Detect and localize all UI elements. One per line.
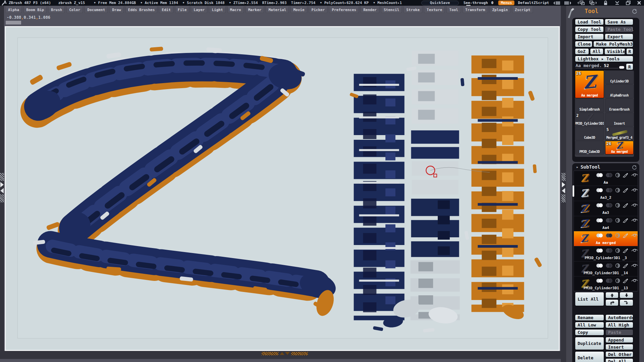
next-document-icon[interactable] [564,1,572,5]
menu-item[interactable]: Macro [227,7,244,13]
half-visibility-icon[interactable] [615,263,620,268]
append-button[interactable]: Append [605,337,633,343]
visibility-eye-icon[interactable] [631,233,638,238]
menu-item[interactable]: Brush [48,7,65,13]
visibility-eye-icon[interactable] [631,248,638,253]
polypaint-on-icon[interactable] [596,173,603,178]
bottom-tray-grip[interactable] [291,352,308,355]
left-tray-close-icon[interactable] [0,188,4,193]
menu-item[interactable]: Material [266,7,289,13]
tool-inventory-tile[interactable]: 26 Z Aa merged [605,141,634,155]
half-visibility-icon[interactable] [615,233,620,238]
menu-item[interactable]: Zplugin [490,7,511,13]
polypaint-brush-icon[interactable] [623,263,629,268]
minimize-icon[interactable] [615,1,620,5]
make-polymesh3d-button[interactable]: Make PolyMesh3D [593,41,633,47]
previous-window-icon[interactable] [577,1,585,5]
left-tray-grip[interactable] [0,173,4,181]
tool-inventory-tile[interactable]: Insert [605,113,634,126]
tool-inventory-tile[interactable]: Cube3D [575,127,604,140]
polypaint-brush-icon[interactable] [623,233,629,238]
polypaint-off-icon[interactable] [606,248,613,253]
next-window-icon[interactable] [589,1,597,5]
delete-button[interactable]: Delete [575,351,604,362]
all-low-button[interactable]: All Low [575,322,604,328]
visibility-eye-icon[interactable] [631,263,638,268]
import-button[interactable]: Import [575,34,604,40]
polypaint-brush-icon[interactable] [623,173,629,178]
menu-item[interactable]: Marker [246,7,264,13]
insert-button[interactable]: Insert [605,344,633,350]
goz-r-button[interactable]: R [626,48,633,55]
tool-r-button[interactable]: R [626,63,633,70]
polypaint-off-icon[interactable] [606,173,613,178]
polypaint-on-icon[interactable] [596,218,603,223]
menu-item[interactable]: Render [361,7,379,13]
visibility-eye-icon[interactable] [631,173,638,178]
quicksave-button[interactable]: QuickSave [421,1,459,5]
close-icon[interactable] [637,1,641,5]
bottom-tray-open-icon[interactable] [280,352,284,355]
palette-restore-icon[interactable] [632,9,637,14]
document-canvas[interactable] [5,26,560,351]
rename-button[interactable]: Rename [575,314,604,321]
menu-item[interactable]: Document [85,7,108,13]
menu-item[interactable]: Texture [424,7,445,13]
tool-inventory-tile[interactable]: PM3D_Cube3D [575,141,604,155]
right-tray-open-icon[interactable] [562,182,565,187]
menu-item[interactable]: Layer [191,7,207,13]
subtool-header[interactable]: ▸ SubTool [576,164,600,170]
tool-inventory-tile[interactable]: SimpleBrush [575,99,604,112]
polypaint-brush-icon[interactable] [623,278,629,283]
half-visibility-icon[interactable] [615,248,620,253]
move-up-button[interactable] [605,292,619,298]
clone-button[interactable]: Clone [575,41,592,47]
polypaint-on-icon[interactable] [596,188,603,193]
del-other-button[interactable]: Del Other [605,351,633,357]
copy-subtool-button[interactable]: Copy [575,329,604,336]
subtool-row[interactable]: Z [574,186,638,201]
left-tray-grip[interactable] [0,194,4,202]
load-tool-button[interactable]: Load Tool [575,19,604,25]
goz-button[interactable]: GoZ [575,48,589,55]
copy-tool-button[interactable]: Copy Tool [575,26,604,33]
restore-icon[interactable] [626,1,631,5]
polypaint-brush-icon[interactable] [623,248,629,253]
move-down-button[interactable] [620,292,633,298]
menu-item[interactable]: Light [209,7,225,13]
toolbar-slider[interactable] [6,21,21,24]
visibility-eye-icon[interactable] [631,188,638,193]
half-visibility-icon[interactable] [615,218,620,223]
subtool-row[interactable]: Z [574,201,638,216]
half-visibility-icon[interactable] [615,278,620,283]
left-tray-open-icon[interactable] [0,182,4,187]
polypaint-off-icon[interactable] [606,278,613,283]
subtool-row[interactable]: Z [574,261,638,277]
tool-inventory-tile[interactable]: AlphaBrush [605,84,634,98]
subtool-row[interactable]: Z [574,231,638,246]
save-as-button[interactable]: Save As [605,19,633,25]
subtool-row[interactable]: Z [574,277,638,292]
half-visibility-icon[interactable] [615,173,620,178]
visibility-eye-icon[interactable] [631,278,638,283]
subtool-refresh-icon[interactable] [632,165,637,170]
visibility-eye-icon[interactable] [631,218,638,223]
polypaint-on-icon[interactable] [596,278,603,283]
menu-item[interactable]: Alpha [5,7,22,13]
menu-item[interactable]: Transform [463,7,488,13]
polypaint-brush-icon[interactable] [623,203,629,208]
goz-all-button[interactable]: All [590,48,603,55]
subtool-row[interactable]: Z [574,216,638,231]
list-all-button[interactable]: List All [575,292,604,306]
polypaint-off-icon[interactable] [606,188,613,193]
goz-visible-button[interactable]: Visible [604,48,625,55]
del-all-button[interactable]: Del All [605,358,633,362]
right-tray-close-icon[interactable] [562,188,565,193]
default-zscript-button[interactable]: DefaultZScript [518,1,549,5]
lightbox-tools-button[interactable]: Lightbox ▸ Tools [575,56,633,62]
tool-inventory-tile[interactable]: 5 Merged_graf3_4 [605,127,634,140]
polypaint-on-icon[interactable] [596,203,603,208]
bottom-tray-grip[interactable] [262,352,278,355]
tool-inventory-tile[interactable]: 2 Z PM3D_Cylinder3D1 [575,113,604,126]
menu-item[interactable]: Picker [309,7,328,13]
